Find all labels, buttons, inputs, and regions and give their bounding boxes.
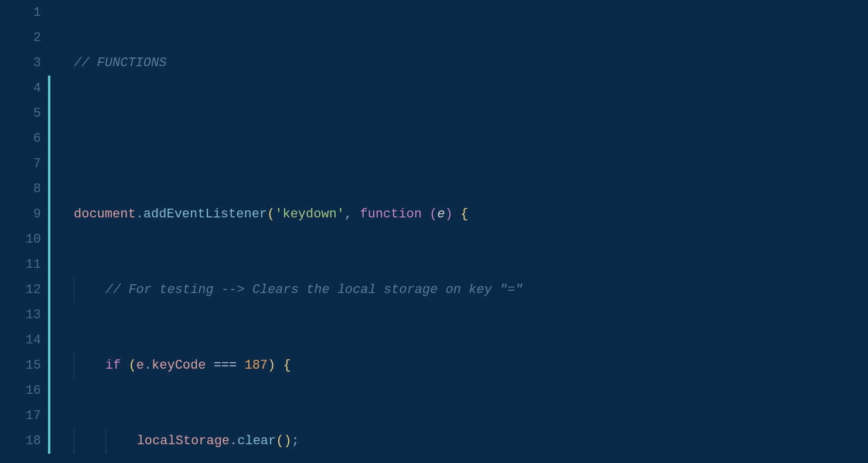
code-line[interactable]: // FUNCTIONS	[74, 50, 868, 76]
param-token: e	[438, 207, 445, 222]
paren-token: )	[283, 434, 291, 448]
line-number: 5	[0, 101, 41, 126]
paren-token: (	[128, 358, 136, 373]
line-number: 1	[0, 0, 41, 25]
line-number: 12	[0, 277, 41, 302]
code-line[interactable]: document.addEventListener('keydown', fun…	[74, 202, 868, 227]
line-number: 13	[0, 302, 41, 328]
line-number: 16	[0, 378, 41, 403]
line-number: 11	[0, 252, 41, 277]
keyword-token: if	[105, 358, 129, 373]
code-line[interactable]	[74, 126, 868, 151]
line-number: 6	[0, 126, 41, 151]
function-token: addEventListener	[143, 207, 267, 222]
paren-token: )	[268, 358, 275, 373]
paren-token: (	[429, 207, 437, 222]
indent-guide	[74, 353, 74, 378]
dot-token: .	[230, 434, 237, 448]
indent-guide	[74, 277, 74, 302]
line-number: 2	[0, 25, 41, 50]
line-number: 18	[0, 428, 41, 454]
code-line[interactable]: localStorage.clear();	[74, 428, 868, 454]
line-number: 3	[0, 50, 41, 76]
operator-token: ===	[214, 358, 237, 373]
modified-lines-indicator	[48, 76, 50, 454]
space-token	[206, 358, 213, 373]
line-number: 14	[0, 328, 41, 353]
line-number: 7	[0, 151, 41, 176]
line-number: 4	[0, 76, 41, 101]
keyword-token: function	[360, 207, 430, 222]
semicolon-token: ;	[292, 434, 299, 448]
number-token: 187	[244, 358, 268, 373]
line-number: 8	[0, 176, 41, 202]
space-token	[275, 358, 283, 373]
code-editor[interactable]: 1 2 3 4 5 6 7 8 9 10 11 12 13 14 15 16 1…	[0, 0, 868, 463]
paren-token: (	[267, 207, 275, 222]
property-token: keyCode	[152, 358, 206, 373]
code-line[interactable]: if (e.keyCode === 187) {	[74, 353, 868, 378]
brace-token: {	[283, 358, 291, 373]
space-token	[237, 358, 244, 373]
line-number: 15	[0, 353, 41, 378]
identifier-token: localStorage	[137, 434, 230, 448]
space-token	[453, 207, 460, 222]
code-line[interactable]: // For testing --> Clears the local stor…	[74, 277, 868, 302]
paren-token: )	[445, 207, 453, 222]
dot-token: .	[136, 207, 143, 222]
line-number: 10	[0, 227, 41, 252]
change-indicator-gutter	[48, 0, 56, 463]
comment-token: // FUNCTIONS	[74, 56, 166, 70]
line-number: 9	[0, 202, 41, 227]
brace-token: {	[460, 207, 468, 222]
indent-guide	[105, 428, 106, 454]
code-area[interactable]: // FUNCTIONS document.addEventListener('…	[56, 0, 868, 463]
comma-token: ,	[344, 207, 360, 222]
string-token: 'keydown'	[275, 207, 344, 222]
line-number-gutter: 1 2 3 4 5 6 7 8 9 10 11 12 13 14 15 16 1…	[0, 0, 48, 463]
identifier-token: e	[136, 358, 144, 373]
indent-guide	[74, 428, 74, 454]
comment-token: // For testing --> Clears the local stor…	[105, 282, 523, 297]
identifier-token: document	[74, 207, 136, 222]
paren-token: (	[276, 434, 283, 448]
line-number: 17	[0, 403, 41, 428]
dot-token: .	[144, 358, 152, 373]
function-token: clear	[237, 434, 276, 448]
